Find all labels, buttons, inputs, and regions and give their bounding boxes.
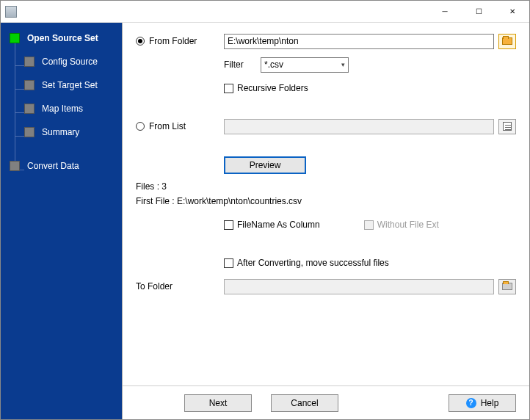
step-node-icon xyxy=(24,80,35,90)
without-ext-label: Without File Ext xyxy=(377,220,439,230)
sidebar-item-config-source[interactable]: Config Source xyxy=(1,52,122,71)
close-button[interactable]: ✕ xyxy=(495,1,529,23)
sidebar-item-label: Map Items xyxy=(42,104,83,114)
sidebar-item-label: Summary xyxy=(42,127,79,137)
list-icon xyxy=(503,122,512,131)
from-folder-radio[interactable] xyxy=(136,37,145,46)
folder-icon xyxy=(502,283,512,290)
without-ext-checkbox xyxy=(364,220,374,230)
recursive-checkbox[interactable] xyxy=(224,84,233,93)
minimize-button[interactable]: ─ xyxy=(428,1,462,23)
sidebar-item-label: Set Target Set xyxy=(42,80,98,90)
wizard-sidebar: Open Source Set Config Source Set Target… xyxy=(1,23,122,419)
from-folder-input[interactable] xyxy=(224,34,494,49)
filter-select[interactable]: *.csv ▾ xyxy=(261,57,349,73)
sidebar-item-set-target-set[interactable]: Set Target Set xyxy=(1,76,122,95)
after-convert-checkbox[interactable] xyxy=(224,258,233,268)
cancel-button[interactable]: Cancel xyxy=(271,394,338,412)
browse-folder-button[interactable] xyxy=(498,34,516,49)
app-icon xyxy=(5,6,17,18)
filter-value: *.csv xyxy=(264,59,283,70)
from-list-radio[interactable] xyxy=(136,122,145,131)
recursive-label: Recursive Folders xyxy=(237,83,308,93)
sidebar-item-summary[interactable]: Summary xyxy=(1,123,122,142)
next-button[interactable]: Next xyxy=(184,394,252,412)
sidebar-item-label: Convert Data xyxy=(27,161,79,171)
preview-button[interactable]: Preview xyxy=(224,156,306,174)
sidebar-item-open-source-set[interactable]: Open Source Set xyxy=(1,29,122,48)
step-node-icon xyxy=(24,104,35,114)
chevron-down-icon: ▾ xyxy=(341,61,345,68)
files-count-label: Files : 3 xyxy=(136,181,516,192)
after-convert-label: After Converting, move successful files xyxy=(237,258,389,268)
filename-column-checkbox[interactable] xyxy=(224,220,233,230)
browse-to-folder-button[interactable] xyxy=(498,279,516,294)
from-folder-label: From Folder xyxy=(149,36,197,46)
maximize-button[interactable]: ☐ xyxy=(462,1,495,23)
to-folder-input xyxy=(224,279,494,294)
step-node-icon xyxy=(24,127,35,137)
help-button[interactable]: ? Help xyxy=(449,394,516,412)
folder-icon xyxy=(502,37,512,45)
titlebar: ─ ☐ ✕ xyxy=(1,1,529,23)
footer: Next Cancel ? Help xyxy=(123,385,529,419)
help-icon: ? xyxy=(466,398,476,408)
sidebar-item-label: Open Source Set xyxy=(27,33,98,43)
step-node-icon xyxy=(10,161,20,171)
sidebar-item-label: Config Source xyxy=(42,57,98,67)
sidebar-item-map-items[interactable]: Map Items xyxy=(1,99,122,118)
sidebar-item-convert-data[interactable]: Convert Data xyxy=(1,156,122,175)
filename-column-label: FileName As Column xyxy=(237,220,320,230)
from-list-input xyxy=(224,119,494,134)
main-panel: From Folder Filter *.csv ▾ Recursive Fol… xyxy=(122,23,529,419)
browse-list-button[interactable] xyxy=(498,119,516,134)
to-folder-label: To Folder xyxy=(136,281,173,292)
from-list-label: From List xyxy=(149,121,186,131)
first-file-label: First File : E:\work\temp\nton\countries… xyxy=(136,196,516,206)
step-node-icon xyxy=(24,57,35,67)
filter-label: Filter xyxy=(224,59,261,70)
step-node-icon xyxy=(10,33,20,43)
